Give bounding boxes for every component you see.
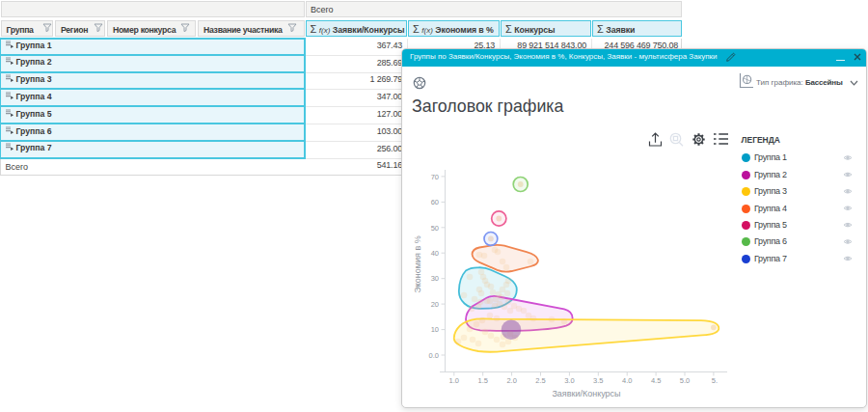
svg-text:30: 30 xyxy=(431,274,439,283)
svg-text:50: 50 xyxy=(431,224,439,233)
svg-text:1.0: 1.0 xyxy=(449,376,459,385)
svg-text:0.0: 0.0 xyxy=(429,351,439,360)
svg-text:20: 20 xyxy=(431,300,439,309)
svg-text:2.5: 2.5 xyxy=(535,376,545,385)
svg-text:3.5: 3.5 xyxy=(593,376,603,385)
svg-text:4.5: 4.5 xyxy=(651,376,661,385)
svg-text:5.0: 5.0 xyxy=(680,376,690,385)
svg-text:Заявки/Конкурсы: Заявки/Конкурсы xyxy=(552,389,620,398)
svg-text:Экономия в %: Экономия в % xyxy=(413,235,422,292)
svg-text:10: 10 xyxy=(431,325,439,334)
svg-text:40: 40 xyxy=(431,249,439,258)
svg-text:70: 70 xyxy=(431,173,439,181)
svg-text:3.0: 3.0 xyxy=(564,376,574,385)
svg-text:4.0: 4.0 xyxy=(622,376,632,385)
svg-text:60: 60 xyxy=(431,198,439,206)
svg-text:1.5: 1.5 xyxy=(477,376,487,385)
svg-text:2.0: 2.0 xyxy=(506,376,516,385)
svg-text:5.: 5. xyxy=(712,376,718,385)
